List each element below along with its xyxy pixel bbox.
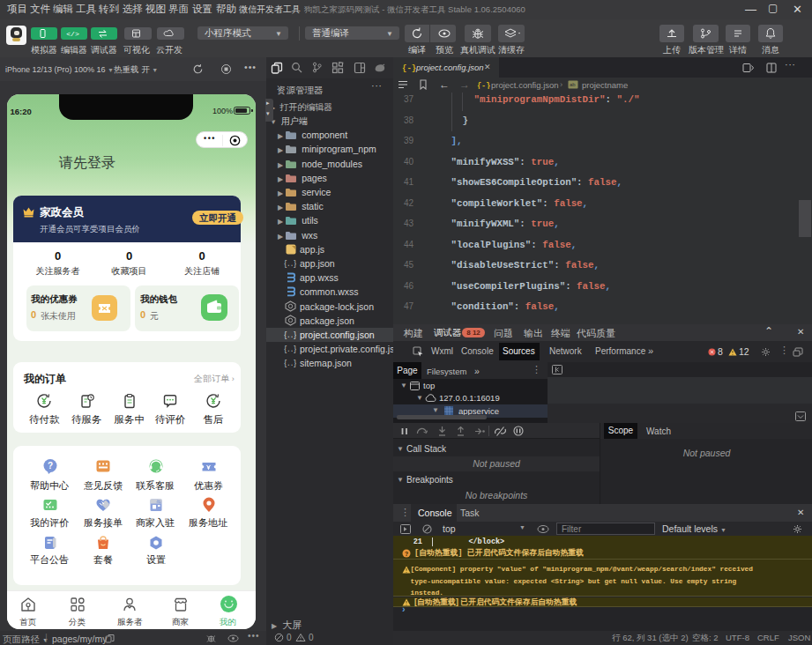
svg-text:ab: ab bbox=[570, 82, 576, 87]
svg-text:{-}: {-} bbox=[402, 64, 416, 72]
svg-text:?: ? bbox=[48, 461, 53, 471]
svg-text:?: ? bbox=[405, 550, 408, 557]
svg-text:{-}: {-} bbox=[477, 82, 490, 90]
svg-text:</>: </> bbox=[66, 30, 79, 38]
